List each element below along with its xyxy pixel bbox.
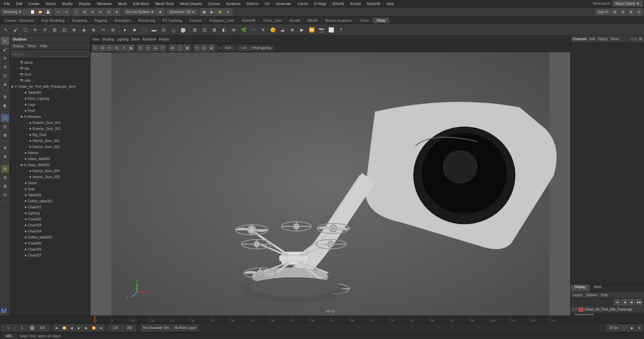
menu-generate[interactable]: Generate bbox=[273, 1, 294, 6]
object-tab[interactable]: Object bbox=[598, 37, 608, 41]
tab-polygons-user[interactable]: Polygons_User bbox=[206, 18, 238, 23]
tab-vray[interactable]: VRay bbox=[373, 18, 389, 23]
paint-select-lt[interactable]: 🖌 bbox=[1, 46, 9, 54]
tree-item[interactable]: ▶⊞Windows bbox=[10, 114, 90, 120]
sound-input[interactable] bbox=[123, 325, 136, 331]
render-all-icon[interactable]: ⏩ bbox=[307, 25, 316, 35]
render-region-btn[interactable]: ▣ bbox=[200, 8, 208, 16]
layer-nav-play[interactable]: ▶ bbox=[629, 299, 635, 306]
tab-curves-surfaces[interactable]: Curves / Surfaces bbox=[1, 18, 38, 23]
play-prev-btn[interactable]: ◀ bbox=[68, 325, 75, 331]
vp-cam-btn3[interactable]: ⊠ bbox=[113, 45, 120, 51]
vp-snap-btn2[interactable]: ⊗ bbox=[145, 45, 151, 51]
edit-tab[interactable]: Edit bbox=[589, 37, 595, 41]
menu-surfaces[interactable]: Surfaces bbox=[223, 1, 243, 6]
viewport[interactable]: View Shading Lighting Show Renderer Pane… bbox=[91, 36, 570, 316]
ocean-icon[interactable]: 〰 bbox=[249, 25, 258, 35]
vp-gamma-input[interactable] bbox=[238, 45, 250, 51]
tab-redshift[interactable]: Redshift bbox=[238, 18, 259, 23]
tree-item[interactable]: —◈Exterior_Door_002 bbox=[10, 126, 90, 132]
menu-windows[interactable]: Windows bbox=[94, 1, 115, 6]
tab-mash[interactable]: MASH bbox=[304, 18, 322, 23]
tab-arnold[interactable]: Arnold bbox=[286, 18, 304, 23]
anim-prefs-btn2[interactable]: ▶ bbox=[629, 325, 635, 331]
tree-item[interactable]: —◈Floor_Lighting bbox=[10, 95, 90, 101]
scale-btn[interactable]: ⊡ bbox=[105, 8, 112, 16]
menu-edit-mesh[interactable]: Edit Mesh bbox=[130, 1, 152, 6]
bridge-icon[interactable]: ⊕ bbox=[69, 25, 79, 35]
tab-xgen[interactable]: XGen bbox=[356, 18, 373, 23]
lighting-menu[interactable]: Lighting bbox=[117, 38, 128, 41]
select-icon[interactable]: ↖ bbox=[1, 25, 11, 35]
tab-motion-graphics[interactable]: Motion Graphics bbox=[322, 18, 356, 23]
move-icon[interactable]: ✛ bbox=[31, 25, 40, 35]
menu-cache[interactable]: Cache bbox=[294, 1, 311, 6]
object-lt[interactable]: ⊠ bbox=[1, 131, 9, 139]
surfaces2-lt[interactable]: ⊗ bbox=[1, 152, 9, 160]
layout4-icon[interactable]: ⊡ bbox=[635, 8, 643, 16]
boolean-icon[interactable]: ⊕ bbox=[229, 25, 238, 35]
arealight-icon[interactable]: ⬜ bbox=[326, 25, 336, 35]
merge-icon[interactable]: ⊚ bbox=[108, 25, 118, 35]
tree-item[interactable]: —◈Interior_Door_002 bbox=[10, 144, 90, 150]
tab-xgen-user[interactable]: XGen_User bbox=[259, 18, 285, 23]
layer-color-swatch[interactable] bbox=[579, 308, 583, 312]
tree-item[interactable]: —📷persp bbox=[10, 59, 90, 65]
vp-select-icon[interactable]: ↖ bbox=[92, 45, 99, 51]
timeline-ruler[interactable]: 1510152025303540455055606570758085909510… bbox=[91, 316, 570, 323]
outliner-help-menu[interactable]: Help bbox=[40, 44, 47, 48]
menu-deform[interactable]: Deform bbox=[244, 1, 261, 6]
vp-gamma-select[interactable]: sRGB gamma bbox=[251, 46, 273, 50]
knife-icon[interactable]: ✂ bbox=[99, 25, 108, 35]
disk-icon[interactable]: ⬤ bbox=[178, 25, 188, 35]
lasso-btn[interactable]: ⊞ bbox=[81, 8, 88, 16]
tree-item[interactable]: —◈Interior_Door_003 bbox=[10, 174, 90, 180]
viewport-3d[interactable]: X Y Z persp bbox=[91, 52, 570, 316]
tree-item[interactable]: —📷top bbox=[10, 65, 90, 71]
magnet-btn[interactable]: ◈ bbox=[157, 8, 164, 16]
tree-item[interactable]: ▶⊞Glass_Wall002 bbox=[10, 162, 90, 168]
open-btn[interactable]: 📂 bbox=[37, 8, 44, 16]
show-tab[interactable]: Show bbox=[610, 37, 619, 41]
symmetry-btn[interactable]: Symmetry: Off ▼ bbox=[167, 9, 197, 15]
menu-arnold[interactable]: Arnold bbox=[347, 1, 364, 6]
select-tool-lt[interactable]: ↖ bbox=[1, 37, 9, 45]
tool-lt[interactable]: ⊡ bbox=[1, 191, 9, 199]
menu-display[interactable]: Display bbox=[76, 1, 94, 6]
anim-tab[interactable]: Anim bbox=[590, 284, 606, 291]
tab-rigging[interactable]: Rigging bbox=[91, 18, 111, 23]
scale-icon[interactable]: ⊞ bbox=[50, 25, 59, 35]
tree-item[interactable]: —📷front bbox=[10, 71, 90, 77]
camera2-icon[interactable]: 📷 bbox=[317, 25, 326, 35]
tree-item[interactable]: —◈Table002 bbox=[10, 89, 90, 95]
layout3-icon[interactable]: ⊠ bbox=[627, 8, 635, 16]
menu-modify[interactable]: Modify bbox=[59, 1, 75, 6]
tree-item[interactable]: —◈Exterior_Door_001 bbox=[10, 120, 90, 126]
renderer-menu[interactable]: Renderer bbox=[142, 38, 156, 41]
tree-item[interactable]: —◈Big_Door bbox=[10, 132, 90, 138]
tree-item[interactable]: —◈Lighting bbox=[10, 210, 90, 216]
menu-file[interactable]: File bbox=[1, 1, 13, 6]
undo-btn[interactable]: ↩ bbox=[55, 8, 62, 16]
right-scrollbar-thumb[interactable] bbox=[574, 314, 594, 316]
right-scrollbar[interactable] bbox=[571, 313, 644, 316]
tree-item[interactable]: —◈Chair003 bbox=[10, 222, 90, 228]
sphere-icon[interactable]: ● bbox=[120, 25, 129, 35]
render-btn[interactable]: ▶ bbox=[208, 8, 216, 16]
layer-nav-start[interactable]: ⏮ bbox=[614, 299, 621, 306]
menu-help[interactable]: Help bbox=[384, 1, 397, 6]
panels-lt[interactable]: ⊞ bbox=[1, 165, 9, 173]
tab-poly-modeling[interactable]: Poly Modeling bbox=[38, 18, 68, 23]
extrude-icon[interactable]: ⊡ bbox=[60, 25, 69, 35]
menu-edit[interactable]: Edit bbox=[13, 1, 25, 6]
show-menu[interactable]: Show bbox=[131, 38, 140, 41]
vp-shading-btn1[interactable]: ■ bbox=[169, 45, 176, 51]
tab-rendering[interactable]: Rendering bbox=[135, 18, 159, 23]
channels-tab[interactable]: Channels bbox=[573, 37, 587, 41]
curves-lt[interactable]: ⊕ bbox=[1, 144, 9, 152]
cylinder-icon[interactable]: ⬛ bbox=[140, 25, 149, 35]
display-tab[interactable]: Display bbox=[571, 284, 590, 291]
layout2-icon[interactable]: ⊟ bbox=[619, 8, 627, 16]
tab-custom[interactable]: Custom bbox=[186, 18, 206, 23]
vp-light-btn3[interactable]: ◐ bbox=[208, 45, 215, 51]
